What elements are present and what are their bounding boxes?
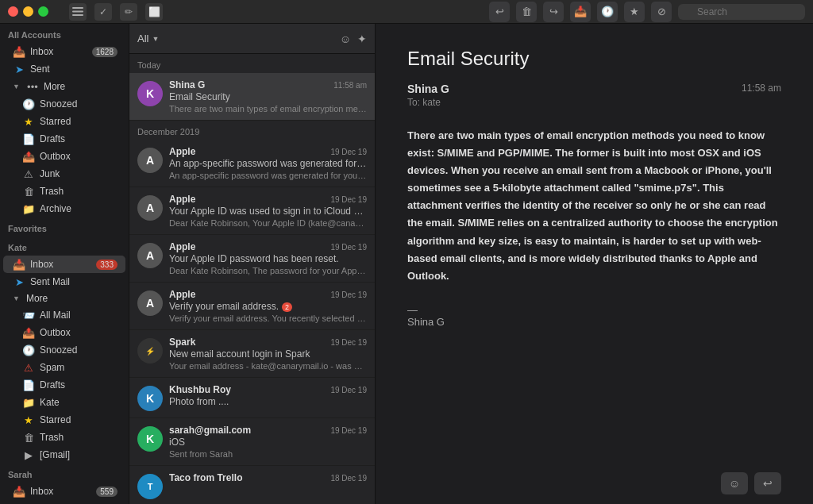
forward-toolbar-icon[interactable]: ↪ [543, 2, 564, 22]
sidebar-item-snoozed[interactable]: 🕐 Snoozed [3, 95, 125, 113]
email-preview: There are two main types of email encryp… [169, 104, 367, 113]
settings-header-icon[interactable]: ✦ [357, 33, 367, 45]
sidebar-item-outbox[interactable]: 📤 Outbox [3, 148, 125, 165]
sidebar-item-trash-all[interactable]: 🗑 Trash [3, 183, 125, 200]
compose-icon[interactable]: ✏ [120, 3, 137, 21]
email-top: Apple 19 Dec 19 [169, 289, 367, 300]
email-list: All ▼ ☺ ✦ Today K Shina G 11:58 am Email… [129, 24, 376, 504]
panel-icon[interactable]: ⬜ [145, 3, 163, 21]
list-item[interactable]: K Shina G 11:58 am Email Security There … [129, 73, 375, 121]
svg-rect-2 [72, 14, 83, 16]
kate-allmail-icon: 📨 [22, 309, 35, 321]
kate-starred-label: Starred [40, 414, 118, 425]
search-input[interactable] [678, 4, 805, 20]
sidebar-item-kate-trash[interactable]: 🗑 Trash [3, 429, 125, 446]
reply-button[interactable]: ↩ [754, 472, 781, 494]
list-item[interactable]: T Taco from Trello 18 Dec 19 [129, 466, 375, 504]
list-item[interactable]: K Khushbu Roy 19 Dec 19 Photo from .... [129, 378, 375, 418]
emoji-reply-button[interactable]: ☺ [721, 472, 748, 494]
kate-more-triangle-icon: ▼ [13, 294, 20, 302]
kate-header: Kate [0, 237, 129, 256]
star-toolbar-icon[interactable]: ★ [624, 2, 645, 22]
titlebar-right: ↩ 🗑 ↪ 📥 🕐 ★ ⊘ [489, 2, 805, 22]
kate-drafts-icon: 📄 [22, 379, 35, 391]
email-sender: Apple [169, 241, 195, 252]
sidebar-item-kate-more[interactable]: ▼ More [3, 290, 125, 306]
list-item[interactable]: A Apple 19 Dec 19 Your Apple ID was used… [129, 187, 375, 235]
sidebar-item-kate-spam[interactable]: ⚠ Spam [3, 359, 125, 376]
sidebar-item-kate-inbox[interactable]: 📥 Inbox 333 [3, 256, 125, 273]
list-item[interactable]: A Apple 19 Dec 19 Your Apple ID password… [129, 235, 375, 283]
smiley-header-icon[interactable]: ☺ [340, 33, 351, 45]
sidebar-item-archive[interactable]: 📁 Archive [3, 200, 125, 217]
email-time: 19 Dec 19 [330, 338, 367, 347]
maximize-button[interactable] [38, 6, 48, 17]
email-top: Apple 19 Dec 19 [169, 194, 367, 205]
email-time: 19 Dec 19 [330, 195, 367, 204]
email-subject: New email account login in Spark [169, 348, 367, 360]
minimize-button[interactable] [23, 6, 33, 17]
sidebar-item-kate-sent[interactable]: ➤ Sent Mail [3, 273, 125, 290]
sidebar-item-kate-gmail[interactable]: ▶ [Gmail] [3, 446, 125, 464]
sidebar-item-kate-allmail[interactable]: 📨 All Mail [3, 306, 125, 324]
avatar: K [137, 81, 163, 106]
trash-toolbar-icon[interactable]: 🗑 [516, 2, 537, 22]
signature-name: Shina G [407, 316, 781, 328]
clock-toolbar-icon[interactable]: 🕐 [597, 2, 618, 22]
email-subject: An app-specific password was generated f… [169, 158, 367, 169]
email-date-header: 11:58 am [742, 83, 781, 94]
sidebar-item-sarah-sent[interactable]: ➤ Sent Mail [3, 500, 125, 504]
filter-button[interactable]: All ▼ [137, 33, 159, 44]
sidebar-item-kate-outbox[interactable]: 📤 Outbox [3, 324, 125, 341]
close-button[interactable] [8, 6, 18, 17]
email-time: 19 Dec 19 [330, 426, 367, 435]
titlebar: ✓ ✏ ⬜ ↩ 🗑 ↪ 📥 🕐 ★ ⊘ [0, 0, 813, 24]
kate-spam-icon: ⚠ [22, 361, 35, 374]
list-item[interactable]: A Apple 19 Dec 19 An app-specific passwo… [129, 140, 375, 187]
email-sender: sarah@gmail.com [169, 425, 251, 436]
list-item[interactable]: A Apple 19 Dec 19 Verify your email addr… [129, 283, 375, 330]
sidebar-item-kate-snoozed[interactable]: 🕐 Snoozed [3, 341, 125, 359]
checkmark-icon[interactable]: ✓ [94, 3, 112, 21]
kate-sent-label: Sent Mail [30, 276, 118, 287]
sidebar-item-kate-starred[interactable]: ★ Starred [3, 411, 125, 429]
reply-toolbar-icon[interactable]: ↩ [489, 2, 510, 22]
sidebar-item-more[interactable]: ▼ ••• More [3, 78, 125, 95]
archive-toolbar-icon[interactable]: 📥 [570, 2, 591, 22]
junk-icon: ⚠ [22, 167, 35, 180]
reading-body: Email Security Shina G To: kate 11:58 am… [376, 24, 813, 463]
sidebar-item-drafts[interactable]: 📄 Drafts [3, 130, 125, 148]
reading-pane-title: Email Security [407, 48, 781, 70]
email-list-header: All ▼ ☺ ✦ [129, 24, 375, 54]
sidebar-item-sarah-inbox[interactable]: 📥 Inbox 559 [3, 483, 125, 500]
block-toolbar-icon[interactable]: ⊘ [651, 2, 672, 22]
email-list-body: Today K Shina G 11:58 am Email Security … [129, 54, 375, 504]
email-top: Apple 19 Dec 19 [169, 146, 367, 157]
list-item[interactable]: K sarah@gmail.com 19 Dec 19 iOS Sent fro… [129, 418, 375, 466]
email-top: sarah@gmail.com 19 Dec 19 [169, 425, 367, 436]
email-content: Apple 19 Dec 19 Verify your email addres… [169, 289, 367, 323]
list-item[interactable]: ⚡ Spark 19 Dec 19 New email account logi… [129, 330, 375, 378]
email-subject: Verify your email address.2 [169, 301, 367, 312]
sidebar-item-kate-drafts[interactable]: 📄 Drafts [3, 376, 125, 394]
junk-label: Junk [40, 168, 118, 179]
svg-rect-0 [72, 7, 83, 9]
email-sender: Apple [169, 289, 195, 300]
drafts-label: Drafts [40, 133, 118, 144]
signature-dash: — [407, 304, 781, 316]
sidebar-item-kate-kate[interactable]: 📁 Kate [3, 394, 125, 411]
sidebar-toggle-icon[interactable] [69, 3, 87, 21]
email-preview: Verify your email address. You recently … [169, 314, 367, 323]
sidebar-item-junk[interactable]: ⚠ Junk [3, 165, 125, 183]
archive-icon: 📁 [22, 202, 35, 215]
sidebar-item-all-sent[interactable]: ➤ Sent [3, 60, 125, 78]
kate-sent-icon: ➤ [13, 275, 25, 288]
email-content: Spark 19 Dec 19 New email account login … [169, 337, 367, 371]
outbox-label: Outbox [40, 151, 118, 162]
sidebar-item-all-inbox[interactable]: 📥 Inbox 1628 [3, 43, 125, 60]
avatar: ⚡ [137, 338, 163, 364]
email-time: 19 Dec 19 [330, 243, 367, 252]
sidebar-item-starred[interactable]: ★ Starred [3, 113, 125, 130]
kate-kate-icon: 📁 [22, 396, 35, 409]
avatar: A [137, 243, 163, 268]
